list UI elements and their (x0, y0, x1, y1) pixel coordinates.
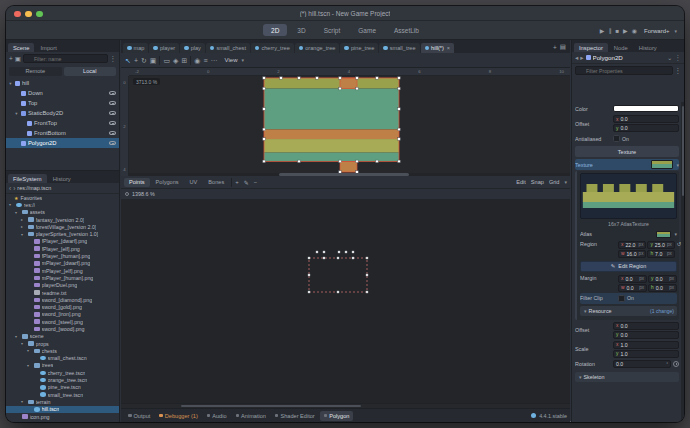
scene-tree-row[interactable]: Down (6, 88, 119, 98)
vertex-handle[interactable] (308, 257, 310, 259)
more-icon[interactable]: ⋮ (675, 67, 682, 75)
scene-view-toggle[interactable]: Local (64, 67, 117, 76)
scene-tab[interactable]: small_tree (379, 43, 419, 53)
rotate-tool-icon[interactable]: ↻ (141, 57, 147, 64)
texture-scale-x-field[interactable]: x1.0 (613, 341, 679, 349)
offset-x-field[interactable]: x0.0 (613, 115, 679, 123)
polygon-mode-tab[interactable]: Points (124, 178, 150, 187)
margin-h-field[interactable]: h0.0px (648, 284, 677, 292)
texture-offset-x-field[interactable]: x0.0 (613, 322, 679, 330)
bottom-panel-tab[interactable]: Output (124, 411, 154, 421)
polygon-mode-tab[interactable]: Polygons (151, 178, 184, 187)
polygon-mode-tab[interactable]: Bones (203, 178, 229, 187)
vertex-handle[interactable] (398, 87, 401, 90)
scene-tree-row[interactable]: Top (6, 98, 119, 108)
texture-category[interactable]: Texture (575, 146, 679, 157)
vertex-handle[interactable] (376, 160, 379, 163)
expand-arrow-icon[interactable]: ▾ (8, 81, 13, 86)
file-row[interactable]: ▾ chests (6, 347, 119, 354)
vertex-handle[interactable] (398, 138, 401, 141)
ruler-icon[interactable]: ▭ (163, 57, 170, 64)
vertex-handle[interactable] (337, 257, 339, 259)
visibility-icon[interactable] (109, 101, 116, 106)
scene-view-toggle[interactable]: Remote (9, 67, 62, 76)
scene-filter-input[interactable] (23, 54, 108, 63)
filter-clip-checkbox[interactable] (618, 295, 625, 302)
filesystem-dock-tab[interactable]: History (48, 174, 76, 183)
file-row[interactable]: ▾ props (6, 340, 119, 347)
file-row[interactable]: playerDuel.png (6, 282, 119, 289)
inspector-dock-tab[interactable]: Inspector (574, 43, 608, 52)
tool-icon[interactable] (190, 56, 191, 65)
rotation-dial-icon[interactable] (673, 361, 679, 367)
workspace-tab[interactable]: 3D (289, 24, 313, 36)
vertex-handle[interactable] (263, 77, 266, 80)
more-tools-icon[interactable]: ⋯ (211, 57, 218, 64)
pause-icon[interactable]: ∥ (608, 28, 611, 34)
vertex-handle[interactable] (398, 108, 401, 111)
scene-tab[interactable]: play (180, 43, 205, 53)
texture-scale-y-field[interactable]: y1.0 (613, 350, 679, 358)
history-forward-icon[interactable]: ▸ (580, 54, 583, 62)
scene-tab[interactable]: pine_tree (340, 43, 378, 53)
file-row[interactable]: sword_[steel].png (6, 318, 119, 325)
scene-tab[interactable]: map (123, 43, 148, 53)
bottom-panel-tab[interactable]: Animation (232, 411, 270, 421)
file-row[interactable]: ▾ terrain (6, 398, 119, 405)
offset-y-field[interactable]: y0.0 (613, 124, 679, 132)
file-row[interactable]: ▸ forestVillage_[version 2.0] (6, 223, 119, 230)
bottom-panel-tab[interactable]: Audio (203, 411, 231, 421)
more-icon[interactable]: ⋮ (110, 55, 117, 63)
expand-arrow-icon[interactable]: ▾ (14, 334, 18, 339)
vertex-handle[interactable] (338, 251, 340, 253)
visibility-icon[interactable] (109, 131, 116, 136)
color-swatch[interactable] (613, 105, 679, 112)
file-row[interactable]: sword_[iron].png (6, 311, 119, 318)
vertex-handle[interactable] (316, 77, 319, 80)
file-row[interactable]: ▾ trees (6, 362, 119, 369)
file-row[interactable]: orange_tree.tscn (6, 376, 119, 383)
history-back-icon[interactable]: ◂ (575, 54, 578, 62)
antialiased-checkbox[interactable] (613, 135, 620, 142)
scene-tree-row[interactable]: ▾ StaticBody2D (6, 108, 119, 118)
scene-tree-row[interactable]: FrontBottom (6, 128, 119, 138)
vertex-handle[interactable] (366, 257, 368, 259)
scene-tab[interactable]: hill(*) × (421, 43, 454, 53)
collapse-icon[interactable]: ⌄ (667, 54, 672, 62)
viewport-hscrollbar[interactable] (129, 173, 570, 177)
expand-arrow-icon[interactable]: ▾ (14, 210, 18, 215)
tool-icon[interactable] (159, 56, 160, 65)
vertex-handle[interactable] (280, 77, 283, 80)
margin-y-field[interactable]: y0.0px (648, 275, 677, 283)
vertex-handle[interactable] (398, 77, 401, 80)
file-row[interactable]: sword_[gold].png (6, 303, 119, 310)
region-w-field[interactable]: w16.0px (618, 250, 646, 258)
vertex-handle[interactable] (366, 274, 368, 276)
file-row[interactable]: ▾ scene (6, 333, 119, 340)
workspace-tab[interactable]: Game (350, 24, 384, 36)
texture-thumbnail[interactable] (651, 160, 673, 169)
vertex-handle[interactable] (308, 274, 310, 276)
resource-changes[interactable]: (1 change) (650, 308, 674, 314)
instance-scene-icon[interactable]: ▣ (15, 55, 21, 63)
vertex-handle[interactable] (339, 160, 342, 163)
inspector-dock-tab[interactable]: Node (609, 43, 633, 52)
rotation-field[interactable]: 0.0 ° (613, 360, 671, 368)
vertex-handle[interactable] (298, 77, 301, 80)
vertex-handle[interactable] (263, 160, 266, 163)
file-row[interactable]: ★ Favorites (6, 194, 119, 201)
edit-region-button[interactable]: ✎ Edit Region (580, 261, 677, 272)
scene-tab[interactable]: player (149, 43, 179, 53)
file-row[interactable]: fPlayer_[elf].png (6, 245, 119, 252)
scene-tree-row[interactable]: ▾ hill (6, 78, 119, 88)
file-row[interactable]: mPlayer_[elf].png (6, 267, 119, 274)
edit-menu[interactable]: Edit (516, 179, 526, 185)
vertex-handle[interactable] (263, 87, 266, 90)
file-row[interactable]: fPlayer_[dwarf].png (6, 238, 119, 245)
zoom-badge[interactable]: 3713.0 % (133, 78, 160, 85)
scene-dock-tab[interactable]: Import (35, 43, 61, 52)
inspector-scrollbar[interactable] (681, 102, 684, 422)
move-tool-icon[interactable]: + (134, 57, 138, 64)
workspace-tab[interactable]: AssetLib (386, 24, 427, 36)
expand-arrow-icon[interactable]: ▾ (14, 111, 19, 116)
